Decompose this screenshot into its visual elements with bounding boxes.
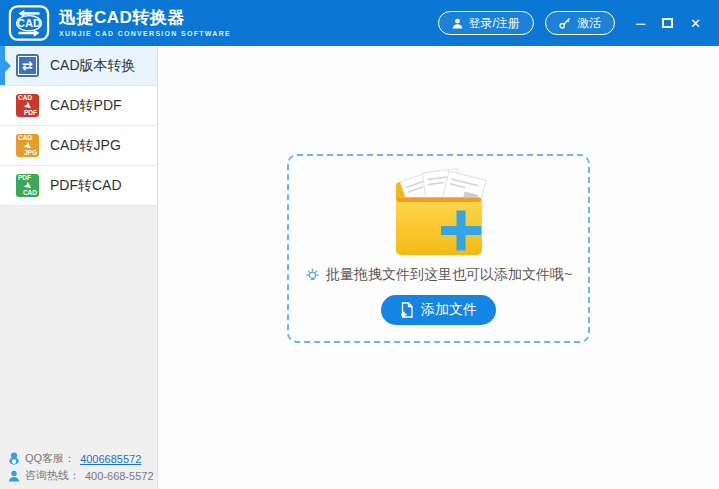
qq-label: QQ客服： [25, 451, 75, 466]
app-title: 迅捷CAD转换器 [59, 9, 231, 28]
hotline-row: 咨询热线：400-668-5572 [8, 467, 154, 484]
login-register-label: 登录/注册 [469, 15, 520, 32]
maximize-icon[interactable] [662, 18, 673, 28]
sidebar-item-label: CAD转PDF [50, 97, 122, 115]
cad-to-pdf-icon: CAD ➤ PDF [16, 94, 39, 117]
bulb-icon [305, 268, 320, 283]
sidebar-item-pdf-to-cad[interactable]: PDF ➤ CAD PDF转CAD [0, 166, 157, 206]
window-controls: ─ ✕ [636, 17, 707, 30]
user-icon [452, 18, 463, 29]
app-logo-icon: CAD [8, 3, 50, 43]
file-drop-zone[interactable]: 批量拖拽文件到这里也可以添加文件哦~ 添加文件 [287, 154, 590, 343]
dropzone-hint: 批量拖拽文件到这里也可以添加文件哦~ [305, 266, 572, 284]
cad-version-convert-icon: ⇄ [16, 54, 39, 77]
close-icon[interactable]: ✕ [690, 17, 701, 30]
sidebar-item-label: CAD版本转换 [50, 57, 136, 75]
cad-to-jpg-icon: CAD ➤ JPG [16, 134, 39, 157]
service-person-icon [8, 470, 20, 482]
file-plus-icon [400, 302, 413, 318]
activate-label: 激活 [577, 15, 601, 32]
selected-indicator [0, 46, 5, 85]
sidebar-item-cad-to-pdf[interactable]: CAD ➤ PDF CAD转PDF [0, 86, 157, 126]
minimize-icon[interactable]: ─ [636, 17, 645, 30]
login-register-button[interactable]: 登录/注册 [438, 11, 534, 35]
swap-arrows-icon: ⇄ [18, 56, 37, 75]
sidebar-item-label: CAD转JPG [50, 137, 121, 155]
sidebar-item-label: PDF转CAD [50, 177, 122, 195]
sidebar-item-cad-version-convert[interactable]: ⇄ CAD版本转换 [0, 46, 157, 86]
add-folder-icon [380, 164, 498, 262]
qq-icon [8, 452, 20, 465]
hotline-label: 咨询热线： [25, 468, 80, 483]
support-info: QQ客服：4006685572 咨询热线：400-668-5572 [8, 450, 154, 484]
sidebar: ⇄ CAD版本转换 CAD ➤ PDF CAD转PDF CAD ➤ JPG CA… [0, 46, 158, 489]
qq-number-link[interactable]: 4006685572 [80, 453, 141, 465]
add-files-label: 添加文件 [421, 301, 477, 319]
pdf-to-cad-icon: PDF ➤ CAD [16, 174, 39, 197]
svg-text:CAD: CAD [17, 17, 41, 29]
add-files-button[interactable]: 添加文件 [381, 295, 496, 325]
qq-support-row: QQ客服：4006685572 [8, 450, 154, 467]
key-icon [559, 17, 571, 29]
dropzone-hint-text: 批量拖拽文件到这里也可以添加文件哦~ [326, 266, 572, 284]
activate-button[interactable]: 激活 [545, 11, 615, 35]
sidebar-item-cad-to-jpg[interactable]: CAD ➤ JPG CAD转JPG [0, 126, 157, 166]
main-area: 批量拖拽文件到这里也可以添加文件哦~ 添加文件 [158, 46, 719, 489]
app-title-block: 迅捷CAD转换器 XUNJIE CAD CONVERSION SOFTWARE [59, 9, 231, 37]
titlebar: CAD 迅捷CAD转换器 XUNJIE CAD CONVERSION SOFTW… [0, 0, 719, 46]
hotline-number: 400-668-5572 [85, 470, 154, 482]
app-subtitle: XUNJIE CAD CONVERSION SOFTWARE [59, 30, 231, 37]
